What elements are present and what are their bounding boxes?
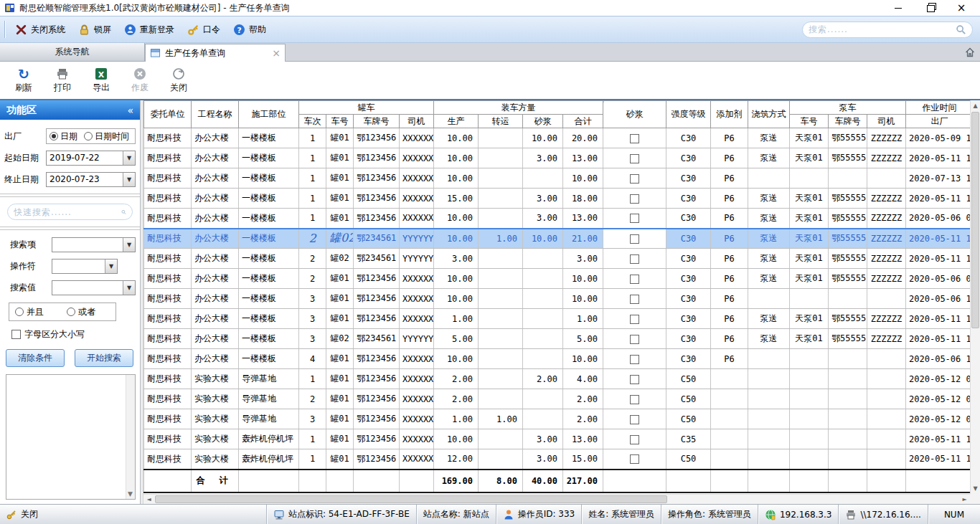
cell[interactable]: 2020-05-11 14 [906, 329, 970, 349]
cell[interactable]: 天泵01 [790, 309, 829, 329]
cell[interactable] [479, 128, 523, 148]
row-checkbox[interactable] [630, 174, 639, 184]
cell[interactable] [523, 389, 563, 409]
mortar-checkbox-cell[interactable] [603, 309, 666, 329]
vertical-scrollbar[interactable]: ▲ ▼ [970, 100, 980, 494]
cell[interactable]: ZZZZZZ [867, 329, 906, 349]
cell[interactable]: 罐01 [326, 269, 354, 289]
cell[interactable]: 办公大楼 [192, 189, 239, 209]
cell[interactable]: 耐思科技 [144, 148, 192, 168]
cell[interactable] [523, 289, 563, 309]
cell[interactable]: 10.00 [434, 128, 479, 148]
cell[interactable]: 耐思科技 [144, 229, 192, 249]
cell[interactable]: 鄂123456 [354, 289, 400, 309]
cell[interactable]: YYYYYY [400, 329, 434, 349]
cell[interactable]: 导弹基地 [239, 389, 299, 409]
cell[interactable]: XXXXXX [400, 209, 434, 229]
cell[interactable]: 鄂55555 [829, 128, 867, 148]
cell[interactable] [479, 189, 523, 209]
column-header[interactable]: 浇筑方式 [748, 101, 790, 128]
row-checkbox[interactable] [630, 454, 639, 464]
cell[interactable] [748, 168, 790, 189]
search-item-combo[interactable]: ▼ [52, 237, 136, 252]
cell[interactable]: XXXXXX [400, 128, 434, 148]
column-header[interactable]: 泵车 [790, 101, 906, 115]
search-input[interactable] [809, 24, 956, 34]
cell[interactable]: 泵送 [748, 269, 790, 289]
cell[interactable]: P6 [711, 229, 748, 249]
cell[interactable]: 2 [299, 249, 326, 269]
refresh-button[interactable]: ↻刷新 [6, 64, 42, 97]
cell[interactable]: 鄂123456 [354, 429, 400, 449]
cell[interactable]: 办公大楼 [192, 289, 239, 309]
cell[interactable] [748, 409, 790, 429]
cell[interactable]: 1 [299, 189, 326, 209]
cell[interactable]: 办公大楼 [192, 148, 239, 168]
cell[interactable]: 耐思科技 [144, 168, 192, 189]
chevron-down-icon[interactable]: ▼ [123, 173, 135, 186]
column-header[interactable]: 强度等级 [666, 101, 711, 128]
quick-search-box[interactable] [7, 204, 133, 220]
cell[interactable] [479, 209, 523, 229]
table-row[interactable]: 耐思科技办公大楼一楼楼板1罐01鄂123456XXXXXX10.0010.00C… [144, 168, 971, 189]
cell[interactable]: 2 [299, 269, 326, 289]
cell[interactable] [829, 409, 867, 429]
cell[interactable]: C50 [666, 369, 711, 389]
row-checkbox[interactable] [630, 355, 639, 364]
restore-button[interactable] [914, 1, 946, 15]
cell[interactable]: 罐01 [326, 369, 354, 389]
row-checkbox[interactable] [630, 295, 639, 304]
cell[interactable] [479, 148, 523, 168]
table-row[interactable]: 耐思科技办公大楼一楼楼板1罐01鄂123456XXXXXX10.0010.002… [144, 128, 971, 148]
cell[interactable]: 10.00 [434, 168, 479, 189]
cell[interactable]: 2020-05-09 11 [906, 128, 970, 148]
cell[interactable] [790, 289, 829, 309]
table-row[interactable]: 耐思科技办公大楼一楼楼板4罐01鄂123456XXXXXX10.0010.00C… [144, 349, 971, 369]
cell[interactable]: 2 [299, 389, 326, 409]
cell[interactable]: 2020-05-11 14 [906, 189, 970, 209]
cell[interactable]: C30 [666, 249, 711, 269]
cell[interactable]: 泵送 [748, 309, 790, 329]
cell[interactable]: 13.00 [563, 148, 603, 168]
cell[interactable]: 一楼楼板 [239, 309, 299, 329]
table-row[interactable]: 耐思科技实验大楼轰炸机停机坪1罐01鄂123456XXXXXX12.003.00… [144, 449, 971, 470]
cell[interactable]: 3.00 [523, 189, 563, 209]
cell[interactable]: 1 [299, 209, 326, 229]
cell[interactable]: C50 [666, 389, 711, 409]
cell[interactable] [829, 168, 867, 189]
cell[interactable]: 10.00 [563, 269, 603, 289]
cell[interactable]: 耐思科技 [144, 209, 192, 229]
cell[interactable] [523, 329, 563, 349]
cell[interactable]: 鄂234561 [354, 229, 400, 249]
close-button[interactable]: × [946, 1, 977, 15]
cell[interactable]: 泵送 [748, 148, 790, 168]
cell[interactable]: 3.00 [523, 209, 563, 229]
column-header[interactable]: 作业时间 [906, 101, 970, 115]
row-checkbox[interactable] [630, 335, 639, 344]
cell[interactable] [711, 369, 748, 389]
table-row[interactable]: 耐思科技实验大楼轰炸机停机坪1罐01鄂123456XXXXXX10.003.00… [144, 429, 971, 449]
cell[interactable]: 罐01 [326, 168, 354, 189]
mortar-checkbox-cell[interactable] [603, 449, 666, 470]
tab-production-query[interactable]: 生产任务单查询 × [145, 44, 286, 62]
column-header[interactable]: 罐车 [299, 101, 434, 115]
cell[interactable] [748, 349, 790, 369]
column-header[interactable]: 生产 [434, 115, 479, 128]
cell[interactable]: XXXXXX [400, 349, 434, 369]
cell[interactable]: 15.00 [434, 189, 479, 209]
table-row[interactable]: 耐思科技办公大楼一楼楼板1罐01鄂123456XXXXXX15.003.0018… [144, 189, 971, 209]
cell[interactable] [790, 409, 829, 429]
row-checkbox[interactable] [630, 194, 639, 204]
cell[interactable]: 鄂123456 [354, 409, 400, 429]
cell[interactable] [790, 449, 829, 470]
top-search-box[interactable] [802, 22, 973, 38]
cell[interactable]: 13.00 [563, 209, 603, 229]
cell[interactable]: ZZZZZZ [867, 209, 906, 229]
cell[interactable] [479, 349, 523, 369]
cell[interactable]: C30 [666, 289, 711, 309]
cell[interactable]: 3.00 [523, 148, 563, 168]
row-checkbox[interactable] [630, 214, 639, 223]
cell[interactable]: 一楼楼板 [239, 128, 299, 148]
cell[interactable] [479, 369, 523, 389]
cell[interactable]: 10.00 [434, 209, 479, 229]
